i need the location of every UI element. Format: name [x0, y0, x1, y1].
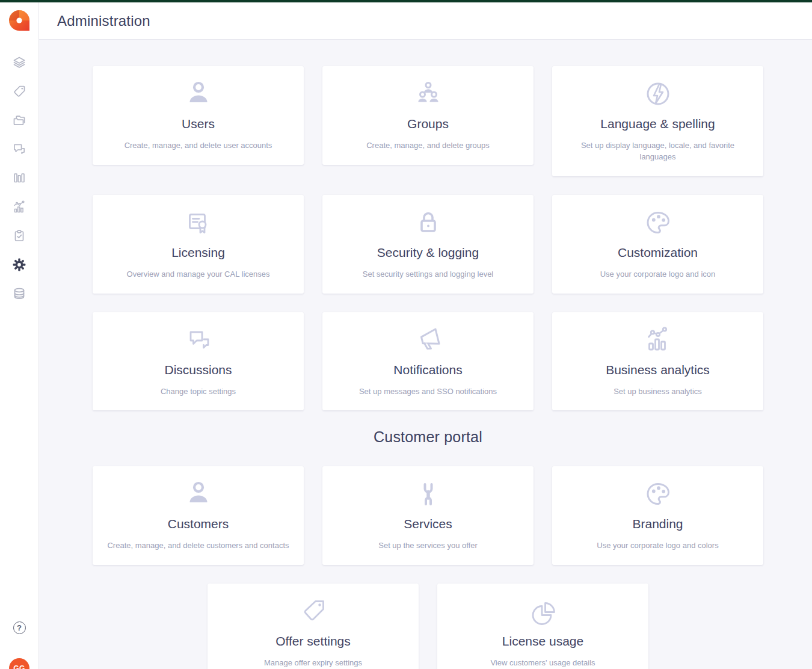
card-branding[interactable]: Branding Use your corporate logo and col… — [552, 466, 763, 565]
card-services[interactable]: Services Set up the services you offer — [322, 466, 534, 565]
card-title: Discussions — [107, 363, 289, 377]
sidebar-bottom: ? GG — [0, 613, 38, 669]
card-subtitle: Create, manage, and delete groups — [337, 140, 519, 152]
chart-icon — [567, 325, 749, 354]
main-content: Users Create, manage, and delete user ac… — [39, 40, 812, 669]
card-license-usage[interactable]: License usage View customers' usage deta… — [437, 584, 648, 669]
sidebar-item-discussions[interactable] — [0, 135, 38, 164]
card-customers[interactable]: Customers Create, manage, and delete cus… — [93, 466, 304, 565]
sidebar-item-tags[interactable] — [0, 77, 38, 106]
admin-cards-grid: Users Create, manage, and delete user ac… — [93, 66, 763, 410]
card-title: Security & logging — [337, 245, 519, 260]
card-title: Customization — [567, 245, 749, 260]
sidebar: ? GG — [0, 2, 39, 669]
card-notifications[interactable]: Notifications Set up messages and SSO no… — [322, 312, 534, 411]
card-offer-settings[interactable]: Offer settings Manage offer expiry setti… — [208, 584, 419, 669]
card-subtitle: Create, manage, and delete customers and… — [107, 540, 289, 552]
card-title: Licensing — [107, 245, 289, 260]
card-title: Users — [107, 117, 289, 131]
lock-icon — [337, 208, 519, 237]
card-customization[interactable]: Customization Use your corporate logo an… — [552, 195, 763, 294]
card-groups[interactable]: Groups Create, manage, and delete groups — [322, 66, 534, 165]
page-title: Administration — [57, 13, 150, 29]
card-subtitle: Set up display language, locale, and fav… — [567, 140, 749, 163]
card-subtitle: Manage offer expiry settings — [222, 658, 404, 669]
layers-icon — [12, 55, 26, 70]
pie-icon — [452, 597, 634, 626]
card-title: Customers — [107, 517, 289, 531]
help-icon: ? — [13, 621, 26, 634]
page-header: Administration — [39, 2, 812, 40]
portal-bottom-row: Offer settings Manage offer expiry setti… — [93, 584, 763, 669]
tag-icon — [12, 84, 26, 99]
card-subtitle: Overview and manage your CAL licenses — [107, 269, 289, 280]
group-icon — [337, 79, 519, 108]
card-subtitle: Set up the services you offer — [337, 540, 519, 552]
database-icon — [12, 286, 26, 301]
palette-icon — [567, 479, 749, 508]
card-language-spelling[interactable]: Language & spelling Set up display langu… — [552, 66, 763, 176]
card-title: Branding — [567, 517, 749, 531]
app-logo[interactable] — [8, 10, 30, 31]
megaphone-icon — [337, 325, 519, 354]
globe-bolt-icon — [567, 79, 749, 108]
card-subtitle: Set up business analytics — [567, 386, 749, 398]
card-subtitle: Change topic settings — [107, 386, 289, 398]
sidebar-item-data[interactable] — [0, 279, 38, 308]
wrench-icon — [337, 479, 519, 508]
card-subtitle: View customers' usage details — [452, 658, 634, 669]
app-shell: ? GG Administration Users C — [0, 2, 812, 669]
offer-tag-icon — [222, 597, 404, 626]
card-security-logging[interactable]: Security & logging Set security settings… — [322, 195, 534, 294]
help-button[interactable]: ? — [0, 613, 38, 642]
gear-icon — [12, 257, 26, 272]
card-title: License usage — [452, 634, 634, 649]
card-title: Notifications — [337, 363, 519, 377]
sidebar-item-administration[interactable] — [0, 250, 38, 279]
user-icon — [107, 479, 289, 508]
sidebar-nav — [0, 48, 38, 308]
card-title: Offer settings — [222, 634, 404, 649]
card-title: Business analytics — [567, 363, 749, 377]
folders-icon — [12, 113, 26, 128]
user-icon — [107, 79, 289, 108]
card-subtitle: Use your corporate logo and colors — [567, 540, 749, 552]
sidebar-item-documents[interactable] — [0, 106, 38, 135]
sidebar-item-tasks[interactable] — [0, 221, 38, 250]
chat-bubbles-icon — [107, 325, 289, 354]
analytics-icon — [12, 200, 26, 214]
avatar[interactable]: GG — [9, 658, 29, 669]
card-subtitle: Create, manage, and delete user accounts — [107, 140, 289, 152]
bar-columns-icon — [12, 171, 26, 185]
card-business-analytics[interactable]: Business analytics Set up business analy… — [552, 312, 763, 411]
section-heading-customer-portal: Customer portal — [93, 428, 763, 446]
clipboard-check-icon — [12, 229, 26, 243]
card-subtitle: Set up messages and SSO notifications — [337, 386, 519, 398]
palette-icon — [567, 208, 749, 237]
card-title: Language & spelling — [567, 117, 749, 131]
card-users[interactable]: Users Create, manage, and delete user ac… — [93, 66, 304, 165]
card-title: Groups — [337, 117, 519, 131]
sidebar-item-analytics[interactable] — [0, 193, 38, 221]
card-discussions[interactable]: Discussions Change topic settings — [93, 312, 304, 411]
card-licensing[interactable]: Licensing Overview and manage your CAL l… — [93, 195, 304, 294]
certificate-icon — [107, 208, 289, 237]
card-subtitle: Use your corporate logo and icon — [567, 269, 749, 280]
main-area: Administration Users Create, manage, and… — [39, 2, 812, 669]
sidebar-item-streams[interactable] — [0, 48, 38, 77]
card-subtitle: Set security settings and logging level — [337, 269, 519, 280]
sidebar-item-reports[interactable] — [0, 164, 38, 193]
card-title: Services — [337, 517, 519, 531]
chat-icon — [12, 142, 26, 156]
portal-cards-grid: Customers Create, manage, and delete cus… — [93, 466, 763, 565]
